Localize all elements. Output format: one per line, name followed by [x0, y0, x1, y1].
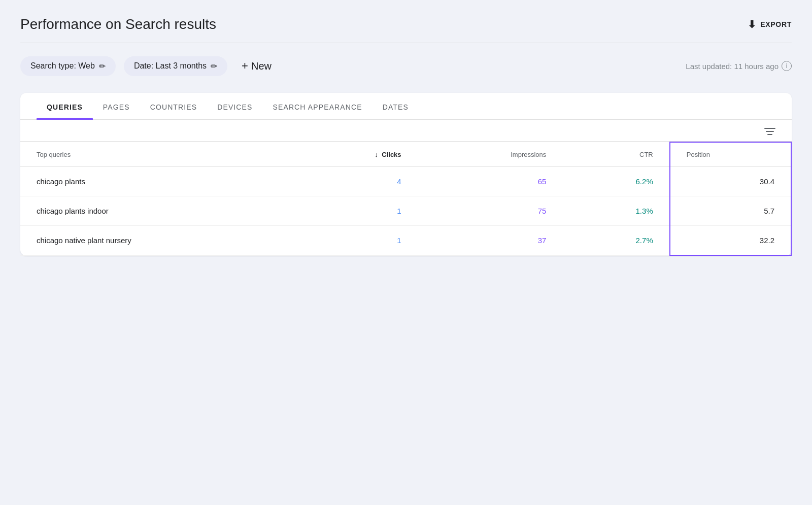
- col-header-clicks[interactable]: ↓ Clicks: [291, 142, 417, 167]
- impressions-cell: 37: [418, 226, 563, 256]
- clicks-cell: 1: [291, 196, 417, 226]
- ctr-cell: 1.3%: [562, 196, 669, 226]
- search-type-edit-icon: ✏: [99, 61, 106, 71]
- export-button[interactable]: ⬇ EXPORT: [748, 18, 792, 30]
- table-row: chicago native plant nursery 1 37 2.7% 3…: [20, 226, 791, 256]
- clicks-cell: 1: [291, 226, 417, 256]
- info-icon[interactable]: i: [782, 61, 792, 71]
- col-header-ctr[interactable]: CTR: [562, 142, 669, 167]
- tab-queries[interactable]: QUERIES: [37, 93, 93, 119]
- new-label: New: [251, 60, 272, 72]
- tab-search-appearance[interactable]: SEARCH APPEARANCE: [263, 93, 373, 119]
- date-filter[interactable]: Date: Last 3 months ✏: [124, 56, 227, 76]
- page-header: Performance on Search results ⬇ EXPORT: [20, 16, 792, 32]
- tab-bar: QUERIES PAGES COUNTRIES DEVICES SEARCH A…: [20, 93, 792, 120]
- col-header-query: Top queries: [20, 142, 291, 167]
- tab-pages[interactable]: PAGES: [93, 93, 140, 119]
- date-edit-icon: ✏: [211, 61, 217, 71]
- impressions-cell: 65: [418, 167, 563, 196]
- last-updated: Last updated: 11 hours ago i: [686, 61, 792, 71]
- clicks-cell: 4: [291, 167, 417, 196]
- filter-line-3: [767, 134, 772, 135]
- position-cell: 30.4: [670, 167, 791, 196]
- filter-line-2: [766, 131, 774, 132]
- position-cell: 5.7: [670, 196, 791, 226]
- ctr-cell: 2.7%: [562, 226, 669, 256]
- plus-icon: +: [242, 59, 248, 73]
- queries-table: Top queries ↓ Clicks Impressions CTR Pos…: [20, 142, 792, 256]
- table-header-row: Top queries ↓ Clicks Impressions CTR Pos…: [20, 142, 791, 167]
- query-cell: chicago native plant nursery: [20, 226, 291, 256]
- sort-arrow-icon: ↓: [375, 151, 378, 158]
- new-filter-button[interactable]: + New: [235, 55, 278, 77]
- header-divider: [20, 43, 792, 43]
- query-cell: chicago plants: [20, 167, 291, 196]
- table-row: chicago plants 4 65 6.2% 30.4: [20, 167, 791, 196]
- filter-bar: Search type: Web ✏ Date: Last 3 months ✏…: [20, 55, 792, 77]
- tab-devices[interactable]: DEVICES: [207, 93, 262, 119]
- col-header-position[interactable]: Position: [670, 142, 791, 167]
- position-cell: 32.2: [670, 226, 791, 256]
- table-row: chicago plants indoor 1 75 1.3% 5.7: [20, 196, 791, 226]
- impressions-cell: 75: [418, 196, 563, 226]
- col-header-impressions[interactable]: Impressions: [418, 142, 563, 167]
- page-title: Performance on Search results: [20, 16, 216, 32]
- ctr-cell: 6.2%: [562, 167, 669, 196]
- tab-dates[interactable]: DATES: [373, 93, 419, 119]
- search-type-label: Search type: Web: [30, 61, 95, 71]
- column-filter-row: [20, 120, 792, 142]
- filter-line-1: [764, 128, 775, 129]
- column-filter-button[interactable]: [762, 126, 777, 137]
- export-label: EXPORT: [760, 20, 792, 28]
- export-icon: ⬇: [748, 18, 757, 30]
- last-updated-text: Last updated: 11 hours ago: [686, 62, 779, 71]
- search-type-filter[interactable]: Search type: Web ✏: [20, 56, 116, 76]
- main-card: QUERIES PAGES COUNTRIES DEVICES SEARCH A…: [20, 93, 792, 256]
- query-cell: chicago plants indoor: [20, 196, 291, 226]
- date-label: Date: Last 3 months: [134, 61, 207, 71]
- tab-countries[interactable]: COUNTRIES: [140, 93, 208, 119]
